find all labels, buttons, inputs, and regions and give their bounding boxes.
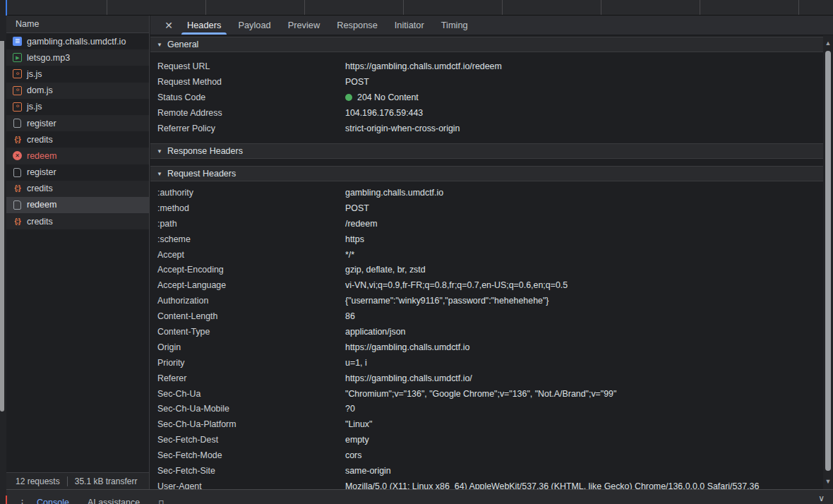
header-row: :path /redeem [150, 216, 833, 232]
header-name: Status Code [150, 92, 345, 102]
more-options-icon[interactable]: ⋮ [18, 498, 27, 504]
header-value: 204 No Content [357, 92, 419, 102]
request-type-icon [13, 69, 22, 78]
request-row[interactable]: js.js [6, 99, 149, 115]
page-scrollbar-track[interactable] [0, 0, 6, 504]
details-tab[interactable]: Initiator [386, 16, 433, 35]
request-type-icon [13, 53, 22, 62]
drawer-tab[interactable]: Console [37, 498, 69, 504]
header-value: /redeem [345, 219, 377, 229]
general-rows: Request URL https://gambling.challs.umdc… [150, 52, 833, 143]
collapse-triangle-icon: ▼ [157, 42, 162, 48]
request-row[interactable]: register [6, 115, 149, 131]
header-value-wrap: https://gambling.challs.umdctf.io [345, 342, 833, 352]
request-row[interactable]: credits [6, 131, 149, 148]
header-name: User-Agent [150, 481, 345, 489]
request-type-icon [13, 200, 21, 210]
page-scrollbar-thumb[interactable] [0, 41, 4, 412]
header-value: strict-origin-when-cross-origin [345, 124, 460, 133]
network-summary-bar: 12 requests 35.1 kB transferr [6, 472, 149, 489]
header-value: Mozilla/5.0 (X11; Linux x86_64) AppleWeb… [345, 481, 759, 489]
header-value-wrap: same-origin [345, 466, 833, 476]
headers-content: ▼ General Request URL https://gambling.c… [150, 35, 833, 489]
request-type-icon [13, 86, 22, 95]
request-row[interactable]: js.js [6, 66, 149, 82]
response-headers-section-header[interactable]: ▼ Response Headers [150, 143, 833, 159]
request-type-icon [13, 119, 21, 128]
request-details-panel: ✕ Headers Payload Preview [150, 16, 833, 489]
request-row[interactable]: dom.js [6, 83, 149, 99]
request-headers-section-header[interactable]: ▼ Request Headers [150, 166, 833, 181]
request-name: js.js [27, 69, 42, 79]
request-type-icon [13, 37, 22, 46]
header-name: Priority [150, 358, 345, 368]
general-section-header[interactable]: ▼ General [150, 37, 833, 52]
request-row[interactable]: gambling.challs.umdctf.io [6, 33, 149, 49]
request-row[interactable]: register [6, 164, 149, 181]
request-row[interactable]: letsgo.mp3 [6, 49, 149, 66]
details-tab[interactable]: Preview [280, 16, 329, 35]
close-icon[interactable]: ✕ [159, 20, 179, 31]
details-tab[interactable]: Timing [433, 16, 477, 35]
content-scrollbar-track[interactable]: ▲ ▼ [823, 35, 833, 489]
request-name: gambling.challs.umdctf.io [27, 37, 126, 47]
header-value-wrap: cors [345, 450, 833, 460]
header-row: Request Method POST [150, 74, 833, 90]
request-name: redeem [27, 151, 56, 161]
header-value: POST [345, 203, 369, 213]
request-header-rows: :authority gambling.challs.umdctf.io :me… [150, 181, 833, 489]
details-tabs: Headers Payload Preview Response [179, 16, 477, 35]
content-scrollbar-thumb[interactable] [825, 51, 831, 471]
header-row: :method POST [150, 200, 833, 216]
request-row[interactable]: redeem [6, 148, 149, 164]
header-row: Sec-Ch-Ua-Mobile ?0 [150, 401, 833, 416]
header-value-wrap: https [345, 234, 833, 244]
header-row: Accept */* [150, 247, 833, 263]
header-name: Authorization [150, 296, 345, 306]
header-value-wrap: {"username":"winky9116","password":"hehe… [345, 296, 833, 306]
request-type-icon [13, 168, 21, 177]
header-name: Accept-Language [150, 280, 345, 290]
network-request-list: Name gambling.challs.umdctf.io letsgo.mp… [6, 16, 150, 489]
request-row[interactable]: credits [6, 213, 149, 229]
header-row: Status Code 204 No Content [150, 90, 833, 105]
header-row: Sec-Ch-Ua-Platform "Linux" [150, 416, 833, 432]
header-name: Request Method [150, 77, 345, 87]
header-value-wrap: ?0 [345, 404, 833, 414]
chevron-down-icon[interactable]: ∨ [818, 493, 825, 503]
scroll-down-icon[interactable]: ▼ [823, 476, 833, 486]
header-name: :authority [150, 188, 345, 198]
drawer-tab-label: Console [37, 498, 69, 504]
header-value-wrap: 86 [345, 311, 833, 321]
request-type-icon [13, 135, 22, 144]
details-tab[interactable]: Response [328, 16, 386, 35]
request-row[interactable]: credits [6, 181, 149, 197]
request-name: register [27, 167, 56, 177]
header-name: Sec-Fetch-Dest [150, 435, 345, 445]
request-headers-title: Request Headers [167, 169, 236, 179]
tab-label: Payload [238, 20, 270, 30]
header-row: Priority u=1, i [150, 355, 833, 371]
header-row: :scheme https [150, 232, 833, 247]
request-row[interactable]: redeem [6, 197, 149, 213]
request-type-icon [13, 151, 22, 160]
network-overview-strip[interactable] [6, 0, 833, 16]
scroll-up-icon[interactable]: ▲ [823, 38, 833, 48]
header-row: Referrer Policy strict-origin-when-cross… [150, 121, 833, 136]
header-value: POST [345, 77, 369, 87]
request-rows: gambling.challs.umdctf.io letsgo.mp3 js.… [6, 33, 149, 472]
drawer-tab[interactable]: AI assistance [88, 498, 140, 504]
header-row: :authority gambling.challs.umdctf.io [150, 185, 833, 200]
header-value-wrap: /redeem [345, 219, 833, 229]
request-type-icon [13, 217, 22, 226]
transferred-size: 35.1 kB transferr [75, 476, 138, 486]
name-column-header[interactable]: Name [6, 16, 149, 33]
header-value-wrap: vi-VN,vi;q=0.9,fr-FR;q=0.8,fr;q=0.7,en-U… [345, 280, 833, 290]
drawer-tabs: Console AI assistance [37, 498, 158, 504]
details-tab[interactable]: Headers [179, 16, 229, 35]
request-name: redeem [27, 200, 56, 210]
header-value-wrap: "Linux" [345, 419, 833, 429]
details-tab[interactable]: Payload [229, 16, 279, 35]
header-value: {"username":"winky9116","password":"hehe… [345, 296, 549, 306]
header-value: u=1, i [345, 358, 367, 368]
